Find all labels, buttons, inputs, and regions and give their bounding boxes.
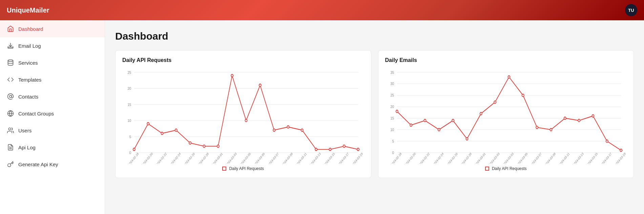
svg-point-3 (9, 95, 12, 98)
svg-point-23 (161, 132, 163, 135)
svg-text:2024-03-19: 2024-03-19 (352, 152, 363, 164)
chart-svg-api-requests: 25 20 15 10 5 0 (122, 69, 364, 164)
svg-point-26 (203, 145, 205, 148)
svg-text:15: 15 (127, 102, 131, 107)
svg-text:2024-03-03: 2024-03-03 (502, 152, 514, 164)
svg-point-22 (147, 123, 149, 125)
svg-text:30: 30 (390, 81, 394, 86)
sidebar-item-services[interactable]: Services (0, 54, 105, 71)
file-icon (7, 144, 14, 151)
sidebar-label-services: Services (18, 60, 38, 66)
sidebar-item-users[interactable]: Users (0, 122, 105, 139)
svg-text:2024-03-05: 2024-03-05 (240, 152, 251, 164)
header: UniqueMailer TU (0, 0, 644, 20)
legend-label-emails: Daily API Requests (492, 166, 527, 171)
svg-text:2024-02-20: 2024-02-20 (404, 152, 416, 164)
svg-point-83 (564, 117, 566, 120)
sidebar-label-email-log: Email Log (18, 43, 41, 49)
svg-point-71 (396, 110, 398, 113)
download-tray-icon (7, 42, 14, 49)
chart-legend-api-requests: Daily API Requests (122, 166, 364, 171)
users-icon (7, 127, 14, 134)
svg-point-87 (620, 149, 622, 152)
svg-point-85 (592, 115, 594, 117)
svg-point-72 (410, 124, 412, 127)
svg-text:5: 5 (129, 134, 131, 139)
svg-point-2 (8, 60, 13, 62)
charts-grid: Daily API Requests 25 20 15 10 (115, 50, 634, 178)
svg-text:2024-02-28: 2024-02-28 (460, 152, 472, 164)
sidebar-item-contact-groups[interactable]: Contact Groups (0, 105, 105, 122)
svg-point-35 (329, 148, 331, 151)
app-layout: Dashboard Email Log Servi (0, 20, 644, 214)
svg-text:25: 25 (390, 93, 394, 97)
sidebar-label-templates: Templates (18, 77, 41, 83)
sidebar-label-contact-groups: Contact Groups (18, 111, 54, 116)
sidebar-label-generate-api-key: Generate Api Key (18, 162, 58, 167)
svg-point-86 (606, 140, 608, 143)
svg-point-29 (245, 119, 247, 122)
sidebar-item-contacts[interactable]: Contacts (0, 88, 105, 105)
svg-text:2024-03-05: 2024-03-05 (254, 152, 266, 164)
chart-wrapper-emails: 35 30 25 20 15 10 5 0 (385, 69, 627, 164)
svg-text:2024-03-17: 2024-03-17 (600, 152, 612, 164)
svg-point-79 (508, 76, 510, 79)
svg-point-24 (175, 129, 177, 132)
legend-box-emails (485, 167, 489, 171)
svg-text:2024-03-13: 2024-03-13 (572, 152, 584, 164)
svg-text:2024-02-20: 2024-02-20 (142, 152, 153, 164)
svg-text:20: 20 (127, 86, 131, 90)
chart-card-api-requests: Daily API Requests 25 20 15 10 (115, 50, 371, 178)
svg-text:2024-02-22: 2024-02-22 (418, 152, 430, 164)
chart-title-api-requests: Daily API Requests (122, 57, 364, 63)
svg-text:2024-03-07: 2024-03-07 (268, 152, 279, 164)
svg-text:2024-02-24: 2024-02-24 (170, 152, 182, 164)
svg-text:2024-03-03: 2024-03-03 (226, 152, 237, 164)
chart-title-emails: Daily Emails (385, 57, 627, 63)
sidebar-label-users: Users (18, 128, 32, 133)
sidebar-item-dashboard[interactable]: Dashboard (0, 20, 105, 37)
sidebar-item-email-log[interactable]: Email Log (0, 37, 105, 54)
svg-text:2024-03-17: 2024-03-17 (338, 152, 350, 164)
svg-point-37 (357, 148, 359, 151)
page-title: Dashboard (115, 30, 634, 42)
legend-label-api-requests: Daily API Requests (229, 166, 264, 171)
svg-text:2024-03-03: 2024-03-03 (488, 152, 500, 164)
svg-text:2024-03-09: 2024-03-09 (282, 152, 293, 164)
svg-point-34 (315, 148, 317, 151)
chart-wrapper-api-requests: 25 20 15 10 5 0 (122, 69, 364, 164)
key-icon (7, 160, 14, 168)
svg-point-82 (550, 128, 552, 131)
svg-text:20: 20 (390, 104, 394, 109)
svg-text:2024-02-28: 2024-02-28 (198, 152, 209, 164)
chart-svg-emails: 35 30 25 20 15 10 5 0 (385, 69, 627, 164)
globe-icon (7, 110, 14, 117)
svg-text:2024-02-24: 2024-02-24 (432, 152, 444, 164)
svg-rect-1 (8, 47, 13, 48)
sidebar-item-templates[interactable]: Templates (0, 71, 105, 88)
svg-text:2024-03-15: 2024-03-15 (324, 152, 335, 164)
svg-text:35: 35 (390, 70, 394, 74)
svg-text:2024-02-26: 2024-02-26 (446, 152, 458, 164)
svg-point-36 (343, 145, 345, 148)
svg-point-76 (466, 137, 468, 140)
code-icon (7, 76, 14, 83)
sidebar-item-api-log[interactable]: Api Log (0, 139, 105, 156)
svg-point-73 (424, 119, 426, 122)
svg-point-32 (287, 126, 289, 128)
svg-text:5: 5 (392, 139, 394, 143)
chart-card-emails: Daily Emails 35 30 25 20 15 (378, 50, 634, 178)
svg-text:10: 10 (127, 118, 131, 123)
svg-point-74 (438, 128, 440, 131)
svg-point-84 (578, 119, 580, 122)
sidebar-item-generate-api-key[interactable]: Generate Api Key (0, 156, 105, 173)
svg-text:2024-03-01: 2024-03-01 (212, 152, 224, 164)
database-icon (7, 59, 14, 66)
svg-point-30 (259, 84, 261, 87)
user-avatar[interactable]: TU (625, 4, 637, 16)
svg-point-81 (536, 126, 538, 129)
svg-text:2024-03-07: 2024-03-07 (530, 152, 542, 164)
app-logo: UniqueMailer (7, 6, 49, 14)
svg-text:10: 10 (390, 127, 394, 132)
svg-text:2024-03-01: 2024-03-01 (474, 152, 486, 164)
